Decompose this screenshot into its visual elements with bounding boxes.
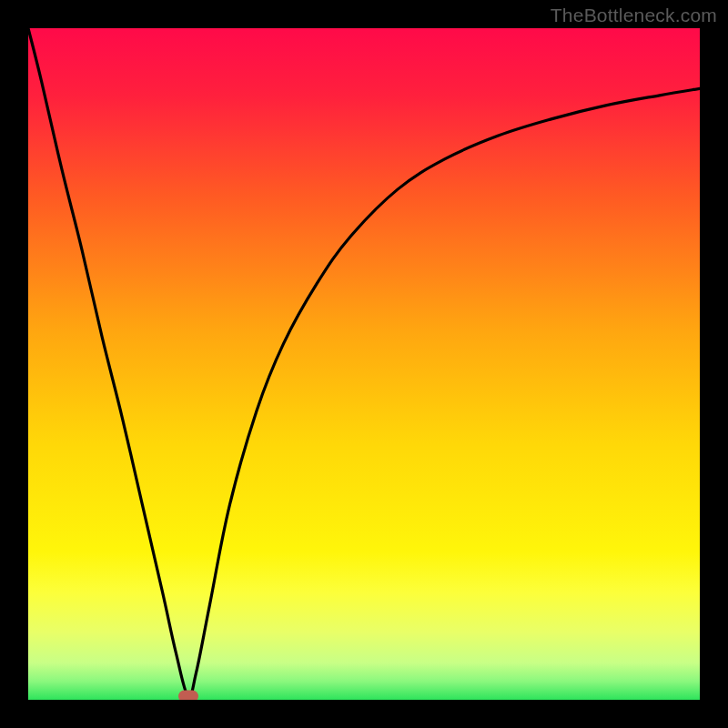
vertex-marker: [178, 691, 198, 700]
watermark-text: TheBottleneck.com: [551, 5, 717, 26]
bottleneck-curve: [28, 28, 700, 700]
plot-area: [28, 28, 700, 700]
